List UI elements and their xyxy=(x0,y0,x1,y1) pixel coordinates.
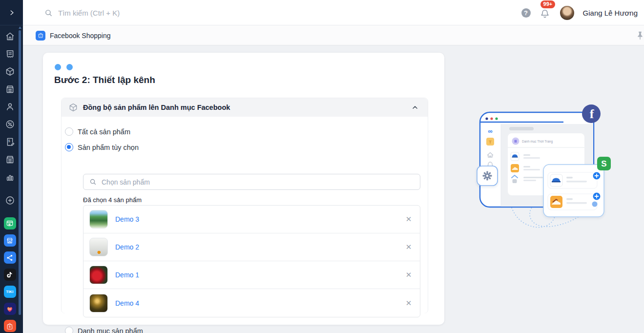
radio-checked[interactable] xyxy=(65,143,73,151)
sidebar-item-reports[interactable] xyxy=(1,168,19,186)
sidebar-item-home[interactable] xyxy=(1,27,19,45)
sidebar-item-invoices[interactable]: $ xyxy=(1,133,19,150)
sidebar-item-orders[interactable] xyxy=(1,45,19,62)
facebook-shopping-app-icon: ∞ xyxy=(36,31,45,41)
tab-bar: ∞ Facebook Shopping xyxy=(23,25,644,45)
facebook-sync-illustration: ∞ T Danh mục Thời Trang xyxy=(464,93,620,239)
user-name[interactable]: Giang Lê Hương xyxy=(583,9,638,17)
svg-text:Laz: Laz xyxy=(8,308,11,310)
sidebar-channel-shopee[interactable]: S xyxy=(4,320,16,332)
user-icon xyxy=(5,102,15,112)
product-name-link[interactable]: Demo 4 xyxy=(115,299,404,307)
bar-chart-icon xyxy=(5,172,15,182)
svg-text:∞: ∞ xyxy=(40,35,42,37)
remove-product-button[interactable]: ✕ xyxy=(404,299,413,308)
svg-text:S: S xyxy=(601,159,606,168)
option-custom-products[interactable]: Sản phẩm tùy chọn xyxy=(65,143,139,151)
option-label: Danh mục sản phẩm xyxy=(78,327,143,333)
sidebar-item-add-channel[interactable] xyxy=(1,191,19,209)
main-sidebar: $ TIKI Laz S xyxy=(0,0,23,333)
bell-icon xyxy=(540,8,550,19)
accordion-title: Đồng bộ sản phẩm lên Danh mục Facebook xyxy=(83,104,406,111)
sidebar-item-customers[interactable] xyxy=(1,98,19,115)
warehouse-icon xyxy=(5,154,15,165)
meta-logo-icon: ∞ xyxy=(488,127,492,135)
connector-dot xyxy=(592,202,598,207)
radio-unchecked[interactable] xyxy=(65,327,73,333)
remove-product-button[interactable]: ✕ xyxy=(404,243,413,251)
tab-facebook-shopping[interactable]: ∞ Facebook Shopping xyxy=(30,25,117,45)
selected-products-list: Demo 3 ✕ Demo 2 ✕ Demo 1 ✕ Demo 4 ✕ xyxy=(83,205,420,317)
pin-icon[interactable] xyxy=(635,30,644,41)
sidebar-item-promotions[interactable] xyxy=(1,115,19,133)
search-input[interactable] xyxy=(58,9,205,17)
option-product-category[interactable]: Danh mục sản phẩm xyxy=(65,327,143,333)
facebook-logo: f xyxy=(582,104,601,123)
option-label: Tất cả sản phẩm xyxy=(78,128,130,136)
product-search-box[interactable] xyxy=(83,174,420,190)
upload-bag-glyph xyxy=(513,179,517,183)
accordion-header[interactable]: Đồng bộ sản phẩm lên Danh mục Facebook xyxy=(62,98,428,117)
step-dot-2 xyxy=(66,64,73,70)
top-bar: ? 99+ Giang Lê Hương xyxy=(23,0,644,25)
sidebar-item-warehouse[interactable] xyxy=(1,150,19,168)
chevron-up-icon[interactable] xyxy=(411,104,419,111)
product-name-link[interactable]: Demo 3 xyxy=(115,215,404,223)
global-search[interactable] xyxy=(44,0,205,25)
product-row: Demo 1 ✕ xyxy=(83,261,420,289)
sidebar-item-inventory[interactable] xyxy=(1,80,19,98)
product-thumbnail xyxy=(89,294,108,312)
store-icon xyxy=(5,84,15,94)
help-button[interactable]: ? xyxy=(521,8,531,18)
step-indicator xyxy=(55,64,73,70)
sidebar-expand-button[interactable] xyxy=(0,0,23,25)
sidebar-channel-web-store[interactable] xyxy=(4,217,16,229)
package-icon xyxy=(5,66,15,77)
product-name-link[interactable]: Demo 1 xyxy=(115,271,404,279)
window-dot-red xyxy=(490,117,493,120)
step-dot-1 xyxy=(55,64,61,70)
sidebar-channel-tiki[interactable]: TIKI xyxy=(4,286,16,298)
home-icon xyxy=(5,31,15,42)
sidebar-channel-tiktok[interactable] xyxy=(4,269,16,281)
page-title: Bước 2: Thiết lập kênh xyxy=(54,75,155,85)
setup-step-card: Bước 2: Thiết lập kênh Đồng bộ sản phẩm … xyxy=(43,53,444,325)
product-name-link[interactable]: Demo 2 xyxy=(115,243,404,251)
search-icon xyxy=(89,178,97,186)
shirt-glyph xyxy=(515,140,517,143)
sync-item-1 xyxy=(548,172,601,189)
mini-app-tile-letter: T xyxy=(489,140,492,145)
product-row: Demo 4 ✕ xyxy=(83,289,420,317)
sidebar-channel-social[interactable] xyxy=(4,251,16,264)
option-label: Sản phẩm tùy chọn xyxy=(78,144,139,151)
svg-text:S: S xyxy=(9,325,11,328)
sidebar-item-products[interactable] xyxy=(1,62,19,80)
receipt-icon xyxy=(5,49,15,59)
sidebar-channel-facebook-shop[interactable] xyxy=(4,234,16,247)
shopee-bag-icon: S xyxy=(6,322,14,330)
radio-unchecked[interactable] xyxy=(65,127,73,136)
invoice-pen-icon: $ xyxy=(5,137,15,147)
storefront-icon xyxy=(6,237,14,245)
lazada-heart-icon: Laz xyxy=(6,305,14,313)
window-dot-blue xyxy=(485,117,488,120)
product-thumbnail xyxy=(89,266,108,284)
tiktok-icon xyxy=(6,271,14,279)
tab-label: Facebook Shopping xyxy=(50,32,111,40)
search-icon xyxy=(44,9,53,17)
placeholder-bar xyxy=(509,127,534,130)
window-dot-green xyxy=(495,117,498,120)
svg-text:f: f xyxy=(590,107,594,121)
avatar[interactable] xyxy=(560,6,574,20)
plus-circle-icon xyxy=(5,195,15,206)
sidebar-channel-lazada[interactable]: Laz xyxy=(4,303,16,315)
remove-product-button[interactable]: ✕ xyxy=(404,215,413,224)
product-search-input[interactable] xyxy=(102,178,414,186)
option-all-products[interactable]: Tất cả sản phẩm xyxy=(65,127,130,136)
remove-product-button[interactable]: ✕ xyxy=(404,271,413,279)
sync-products-accordion: Đồng bộ sản phẩm lên Danh mục Facebook T… xyxy=(61,98,428,313)
notifications-button[interactable]: 99+ xyxy=(540,6,551,19)
notification-badge: 99+ xyxy=(540,0,556,8)
package-icon xyxy=(68,103,78,112)
svg-text:$: $ xyxy=(8,139,10,143)
